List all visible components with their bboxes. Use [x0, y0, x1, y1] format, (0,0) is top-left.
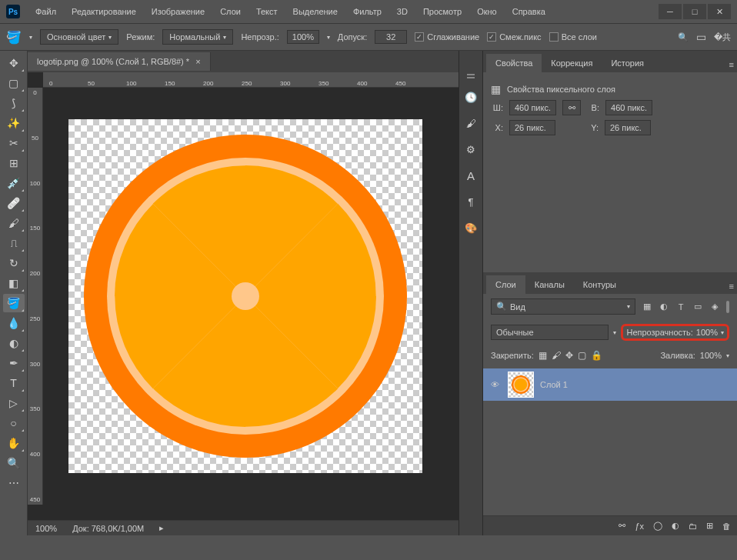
history-tab[interactable]: История — [602, 54, 653, 72]
zoom-tool[interactable]: 🔍 — [3, 454, 25, 472]
share-icon[interactable]: �共 — [714, 32, 731, 43]
fill-chev-icon[interactable]: ▾ — [726, 352, 729, 359]
workspace-icon[interactable]: ▭ — [696, 31, 706, 43]
zoom-level[interactable]: 100% — [35, 524, 57, 533]
brush-preset-icon[interactable]: 🖌 — [463, 115, 479, 131]
adjustment-icon[interactable]: ◐ — [672, 521, 679, 531]
filter-text-icon[interactable]: T — [674, 300, 688, 314]
lock-transparent-icon[interactable]: ▦ — [539, 350, 547, 361]
blur-tool[interactable]: 💧 — [3, 314, 25, 332]
hand-tool[interactable]: ✋ — [3, 434, 25, 452]
document-tab[interactable]: logotip.png @ 100% (Слой 1, RGB/8#) * × — [28, 52, 211, 71]
new-layer-icon[interactable]: ⊞ — [706, 521, 713, 531]
heal-tool[interactable]: 🩹 — [3, 194, 25, 212]
menu-type[interactable]: Текст — [250, 4, 284, 19]
lock-artboard-icon[interactable]: ▢ — [578, 350, 586, 361]
eyedropper-tool[interactable]: 💉 — [3, 174, 25, 192]
y-input[interactable]: 26 пикс. — [605, 120, 651, 135]
brush-settings-icon[interactable]: ⚙ — [463, 142, 479, 157]
menu-edit[interactable]: Редактирование — [65, 4, 142, 19]
opacity-input[interactable]: 100% — [287, 30, 319, 44]
crop-tool[interactable]: ✂ — [3, 134, 25, 152]
bucket-tool[interactable]: 🪣 — [3, 294, 25, 312]
history-brush-tool[interactable]: ↻ — [3, 254, 25, 272]
x-input[interactable]: 26 пикс. — [509, 120, 555, 135]
fill-source-dropdown[interactable]: Основной цвет▾ — [40, 29, 118, 45]
close-button[interactable]: ✕ — [708, 4, 731, 19]
menu-image[interactable]: Изображение — [145, 4, 211, 19]
shape-tool[interactable]: ○ — [3, 414, 25, 432]
blend-chev-icon[interactable]: ▾ — [613, 329, 616, 336]
menu-file[interactable]: Файл — [29, 4, 62, 19]
brush-tool[interactable]: 🖌 — [3, 214, 25, 232]
filter-pixel-icon[interactable]: ▦ — [640, 300, 654, 314]
layer-name[interactable]: Слой 1 — [540, 380, 568, 389]
opacity-chev-icon[interactable]: ▾ — [327, 34, 330, 41]
canvas[interactable] — [68, 119, 422, 473]
fx-icon[interactable]: ƒx — [635, 522, 644, 531]
mask-icon[interactable]: ◯ — [653, 521, 662, 531]
search-icon[interactable]: 🔍 — [678, 32, 689, 42]
text-tool[interactable]: T — [3, 374, 25, 392]
paths-tab[interactable]: Контуры — [574, 275, 625, 294]
delete-layer-icon[interactable]: 🗑 — [722, 522, 731, 531]
properties-tab[interactable]: Свойства — [486, 54, 542, 72]
panel-menu-icon[interactable]: ≡ — [726, 57, 737, 72]
filter-shape-icon[interactable]: ▭ — [691, 300, 705, 314]
pen-tool[interactable]: ✒ — [3, 354, 25, 372]
filter-toggle[interactable] — [726, 301, 729, 313]
layer-opacity-value[interactable]: 100% — [696, 328, 718, 337]
link-layers-icon[interactable]: ⚯ — [619, 521, 625, 531]
menu-select[interactable]: Выделение — [287, 4, 344, 19]
frame-tool[interactable]: ⊞ — [3, 154, 25, 172]
move-tool[interactable]: ✥ — [3, 54, 25, 72]
tab-close-icon[interactable]: × — [195, 57, 200, 66]
swatches-icon[interactable]: 🎨 — [463, 220, 479, 235]
visibility-icon[interactable]: 👁 — [491, 380, 502, 389]
menu-help[interactable]: Справка — [506, 4, 552, 19]
lock-position-icon[interactable]: ✥ — [565, 350, 573, 361]
alllayers-checkbox[interactable]: Все слои — [549, 32, 597, 42]
menu-filter[interactable]: Фильтр — [347, 4, 388, 19]
eraser-tool[interactable]: ◧ — [3, 274, 25, 292]
dodge-tool[interactable]: ◐ — [3, 334, 25, 352]
marquee-tool[interactable]: ▢ — [3, 74, 25, 92]
menu-3d[interactable]: 3D — [391, 4, 414, 19]
width-input[interactable]: 460 пикс. — [509, 100, 556, 115]
history-icon[interactable]: 🕓 — [463, 89, 479, 105]
maximize-button[interactable]: □ — [683, 4, 706, 19]
character-icon[interactable]: A — [463, 168, 479, 183]
filter-adjust-icon[interactable]: ◐ — [657, 300, 671, 314]
stamp-tool[interactable]: ⎍ — [3, 234, 25, 252]
menu-view[interactable]: Просмотр — [417, 4, 468, 19]
paragraph-icon[interactable]: ¶ — [463, 194, 479, 209]
menu-window[interactable]: Окно — [471, 4, 503, 19]
antialias-checkbox[interactable]: ✓Сглаживание — [415, 32, 479, 42]
tool-preset-icon[interactable]: ▾ — [29, 34, 32, 41]
lock-image-icon[interactable]: 🖌 — [552, 350, 561, 361]
menu-layer[interactable]: Слои — [214, 4, 247, 19]
lock-all-icon[interactable]: 🔒 — [591, 350, 602, 361]
layer-item[interactable]: 👁 Слой 1 — [483, 368, 737, 401]
link-wh-button[interactable]: ⚯ — [562, 100, 581, 115]
status-chev-icon[interactable]: ▸ — [159, 523, 164, 533]
filter-smart-icon[interactable]: ◈ — [708, 300, 722, 314]
channels-tab[interactable]: Каналы — [525, 275, 574, 294]
fill-value[interactable]: 100% — [700, 351, 722, 360]
tolerance-input[interactable]: 32 — [375, 30, 407, 44]
minimize-button[interactable]: ─ — [659, 4, 682, 19]
layer-opacity-chev-icon[interactable]: ▾ — [721, 329, 724, 336]
layer-filter-dropdown[interactable]: 🔍 Вид ▾ — [491, 298, 635, 315]
layer-thumbnail[interactable] — [508, 372, 534, 398]
height-input[interactable]: 460 пикс. — [605, 100, 652, 115]
group-icon[interactable]: 🗀 — [689, 522, 697, 531]
adjustments-tab[interactable]: Коррекция — [542, 54, 602, 72]
path-select-tool[interactable]: ▷ — [3, 394, 25, 412]
more-tools[interactable]: ⋯ — [3, 474, 25, 492]
blend-mode-select[interactable]: Обычные — [491, 325, 609, 340]
blend-mode-dropdown[interactable]: Нормальный▾ — [162, 29, 233, 45]
wand-tool[interactable]: ✨ — [3, 114, 25, 132]
layers-menu-icon[interactable]: ≡ — [726, 278, 737, 294]
lasso-tool[interactable]: ⟆ — [3, 94, 25, 112]
layers-tab[interactable]: Слои — [486, 275, 525, 294]
